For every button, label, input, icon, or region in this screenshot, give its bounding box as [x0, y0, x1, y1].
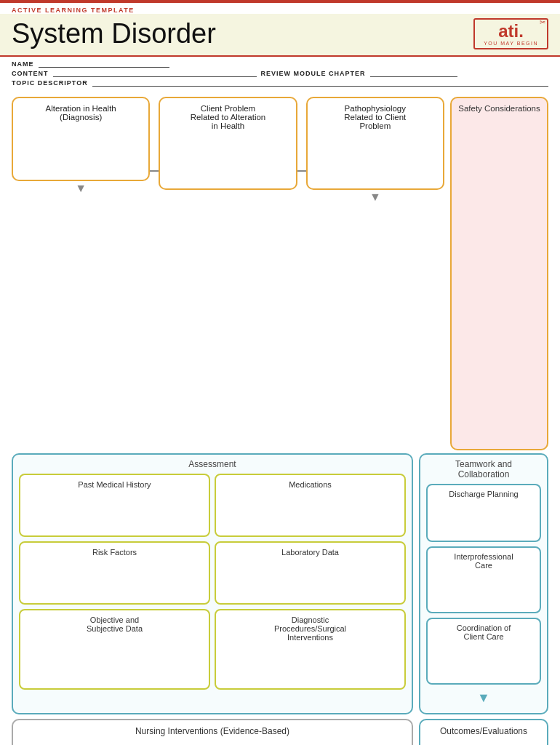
outcomes-area — [426, 739, 541, 745]
path-arrow-down: ▼ — [369, 191, 381, 203]
interprofessional-area — [432, 571, 535, 607]
client-problem-label: Client Problem Related to Alteration in … — [167, 104, 288, 130]
safety-area — [457, 116, 541, 443]
page-title: System Disorder — [12, 18, 216, 49]
content-label: CONTENT — [12, 70, 49, 77]
alt-arrow-down: ▼ — [75, 183, 87, 194]
alteration-box: Alteration in Health (Diagnosis) — [12, 97, 150, 181]
ati-logo: ✂ ati. YOU MAY BEGIN — [473, 18, 548, 49]
assess-grid: Past Medical History Medications Risk Fa… — [19, 474, 406, 690]
risk-factors-label: Risk Factors — [25, 548, 204, 557]
pathophysiology-box: Pathophysiology Related to Client Proble… — [306, 97, 444, 190]
assessment-label: Assessment — [19, 459, 406, 469]
review-label: REVIEW MODULE CHAPTER — [261, 70, 366, 77]
coordination-area — [432, 642, 535, 679]
medications-label: Medications — [220, 480, 400, 489]
name-line[interactable] — [39, 67, 169, 68]
diagnostic-box: Diagnostic Procedures/Surgical Intervent… — [215, 609, 406, 690]
content-area: Alteration in Health (Diagnosis) ▼ Clien… — [0, 92, 560, 745]
logo-ati-text: ati. — [498, 22, 524, 41]
outcomes-label: Outcomes/Evaluations — [426, 726, 541, 736]
content-row: CONTENT REVIEW MODULE CHAPTER — [12, 70, 548, 77]
nursing-label: Nursing Interventions (Evidence-Based) — [20, 726, 404, 736]
medications-area — [220, 489, 400, 533]
laboratory-area — [220, 557, 400, 600]
teamwork-arrow-down: ▼ — [426, 690, 541, 706]
laboratory-label: Laboratory Data — [220, 548, 400, 557]
objective-label: Objective and Subjective Data — [25, 615, 204, 633]
risk-factors-area — [25, 557, 204, 600]
topic-label: TOPIC DESCRIPTOR — [12, 79, 88, 87]
nursing-area — [20, 736, 404, 745]
safety-label: Safety Considerations — [457, 104, 541, 113]
discharge-area — [432, 500, 535, 536]
topic-line[interactable] — [92, 86, 548, 87]
pathophysiology-area — [315, 132, 436, 183]
content-line[interactable] — [53, 76, 257, 77]
row1: Alteration in Health (Diagnosis) ▼ Clien… — [12, 97, 548, 450]
assessment-wrap: Assessment Past Medical History Medicati… — [12, 453, 413, 714]
teamwork-label: Teamwork and Collaboration — [426, 459, 541, 479]
h-connector-2 — [297, 170, 306, 172]
diagnostic-label: Diagnostic Procedures/Surgical Intervent… — [220, 615, 400, 642]
interprofessional-label: Interprofessional Care — [432, 552, 535, 570]
discharge-box: Discharge Planning — [426, 484, 541, 542]
coordination-box: Coordination of Client Care — [426, 618, 541, 685]
alteration-group: Alteration in Health (Diagnosis) ▼ — [12, 97, 150, 196]
h-connector-1 — [150, 170, 159, 172]
nursing-box: Nursing Interventions (Evidence-Based) — [12, 719, 413, 745]
row2: Assessment Past Medical History Medicati… — [12, 453, 548, 714]
bottom-left-col: Nursing Interventions (Evidence-Based) ▶… — [12, 719, 413, 745]
past-medical-area — [25, 489, 204, 533]
client-problem-group: Client Problem Related to Alteration in … — [159, 97, 297, 190]
alteration-label: Alteration in Health (Diagnosis) — [20, 104, 141, 121]
row3: Nursing Interventions (Evidence-Based) ▶… — [12, 719, 548, 745]
client-problem-area — [167, 132, 288, 183]
active-learning-label: ACTIVE LEARNING TEMPLATE — [0, 3, 560, 14]
past-medical-box: Past Medical History — [19, 474, 210, 537]
title-row: System Disorder ✂ ati. YOU MAY BEGIN — [0, 14, 560, 57]
fields-section: NAME CONTENT REVIEW MODULE CHAPTER TOPIC… — [0, 57, 560, 92]
outcomes-box: Outcomes/Evaluations — [419, 719, 548, 745]
name-label: NAME — [12, 60, 34, 68]
client-problem-box: Client Problem Related to Alteration in … — [159, 97, 297, 190]
teamwork-wrap: Teamwork and Collaboration Discharge Pla… — [419, 453, 548, 714]
review-line[interactable] — [370, 76, 457, 77]
pathophysiology-group: Pathophysiology Related to Client Proble… — [306, 97, 444, 204]
objective-area — [25, 633, 204, 677]
risk-factors-box: Risk Factors — [19, 541, 210, 605]
logo-icon: ✂ — [540, 18, 545, 26]
row1-main: Alteration in Health (Diagnosis) ▼ Clien… — [12, 97, 444, 204]
topic-row: TOPIC DESCRIPTOR — [12, 79, 548, 87]
page-wrapper: ACTIVE LEARNING TEMPLATE System Disorder… — [0, 0, 560, 745]
coordination-label: Coordination of Client Care — [432, 624, 535, 641]
discharge-label: Discharge Planning — [432, 490, 535, 498]
name-row: NAME — [12, 60, 548, 68]
alteration-area — [20, 123, 141, 174]
medications-box: Medications — [215, 474, 406, 537]
safety-section: Safety Considerations — [450, 97, 548, 450]
laboratory-box: Laboratory Data — [215, 541, 406, 605]
past-medical-label: Past Medical History — [25, 480, 204, 489]
pathophysiology-label: Pathophysiology Related to Client Proble… — [315, 104, 436, 130]
diagnostic-area — [220, 642, 400, 685]
interprofessional-box: Interprofessional Care — [426, 546, 541, 613]
logo-sub-text: YOU MAY BEGIN — [484, 41, 538, 46]
safety-box: Safety Considerations — [450, 97, 548, 450]
objective-box: Objective and Subjective Data — [19, 609, 210, 690]
outcomes-wrap: Outcomes/Evaluations — [419, 719, 548, 745]
